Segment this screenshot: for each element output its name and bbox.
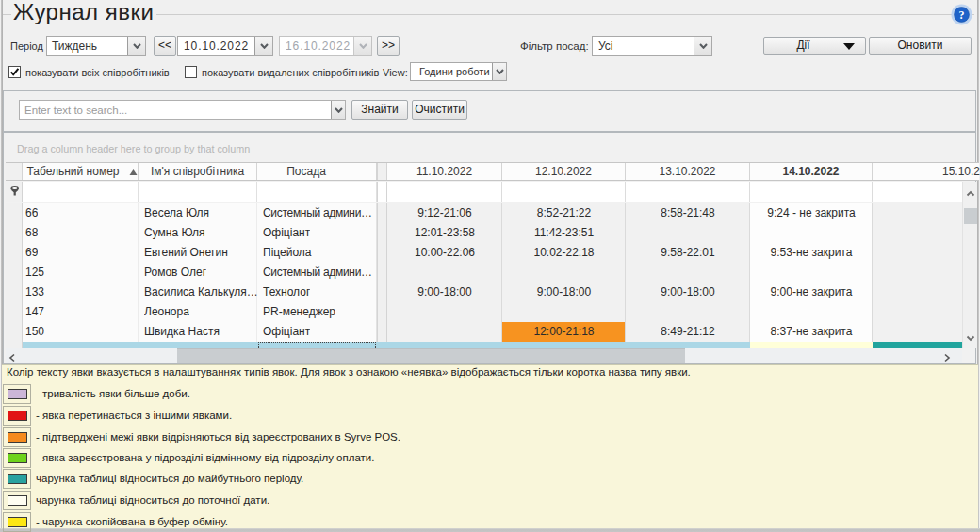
svg-text:?: ?	[959, 8, 965, 22]
